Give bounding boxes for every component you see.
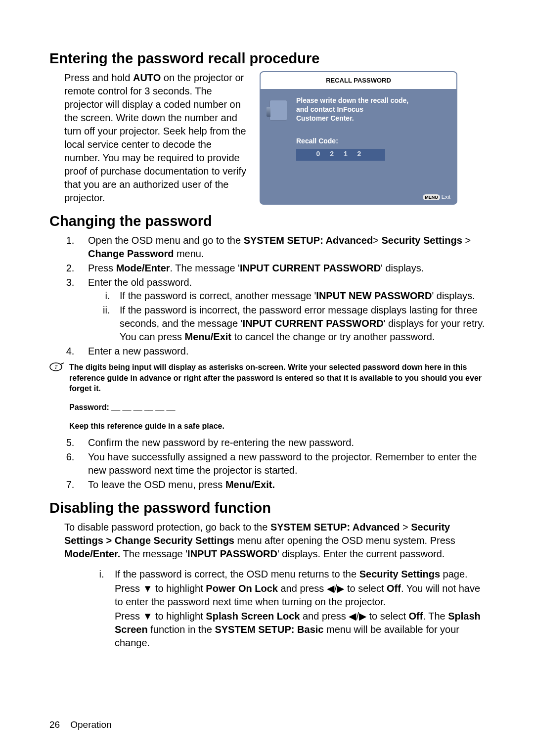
changing-list: Open the OSD menu and go to the SYSTEM S… — [77, 234, 490, 358]
osd-recall-label: Recall Code: — [296, 136, 447, 146]
changing-li2: Press Mode/Enter. The message 'INPUT CUR… — [77, 262, 490, 275]
projector-icon — [267, 100, 289, 161]
recall-body-2: on the projector or remote control for 3… — [64, 72, 246, 203]
li3ii-b: INPUT CURRENT PASSWORD — [242, 318, 383, 329]
changing-list-2: Confirm the new password by re-entering … — [77, 436, 490, 491]
li1-b: SYSTEM SETUP: Advanced — [244, 235, 373, 246]
changing-li1: Open the OSD menu and go to the SYSTEM S… — [77, 234, 490, 261]
di-a: If the password is correct, the OSD menu… — [115, 569, 359, 579]
arrow-right-icon: ▶ — [337, 583, 344, 594]
osd-dialog: RECALL PASSWORD Please write down the re… — [260, 71, 457, 205]
p1-i: ' displays. Enter the current password. — [277, 548, 445, 559]
disabling-body: To disable password protection, go back … — [64, 521, 490, 650]
p1-b: SYSTEM SETUP: Advanced — [270, 522, 400, 533]
li2-a: Press — [88, 263, 116, 273]
di3-g: . The — [423, 611, 448, 622]
heading-recall: Entering the password recall procedure — [49, 49, 490, 68]
arrow-right-icon: ▶ — [359, 611, 366, 622]
arrow-down-icon: ▼ — [143, 611, 153, 622]
li2-e: ' displays. — [381, 263, 424, 273]
p1-g: The message ' — [120, 548, 187, 559]
li3-i: If the password is correct, another mess… — [113, 289, 490, 303]
li1-g: menu. — [174, 248, 204, 259]
osd-exit: Exit — [442, 194, 450, 200]
li1-f: Change Password — [88, 248, 174, 259]
di3-c: Splash Screen Lock — [206, 611, 300, 622]
arrow-down-icon: ▼ — [143, 583, 153, 594]
li3i-b: INPUT NEW PASSWORD — [316, 290, 432, 301]
di3-j: SYSTEM SETUP: Basic — [215, 624, 323, 635]
di3-e: to select — [366, 611, 409, 622]
li2-d: INPUT CURRENT PASSWORD — [240, 263, 381, 273]
di3-d: and press — [300, 611, 349, 622]
page-number: 26 — [49, 719, 60, 730]
li7-b: Menu/Exit. — [225, 479, 275, 490]
li3-text: Enter the old password. — [88, 277, 192, 288]
note-block: T The digits being input will display as… — [49, 362, 490, 394]
recall-text: Press and hold AUTO on the projector or … — [64, 71, 250, 205]
di2-b: to highlight — [152, 583, 206, 594]
di2-e: to select — [344, 583, 387, 594]
changing-li3: Enter the old password. If the password … — [77, 276, 490, 344]
note-text: The digits being input will display as a… — [69, 362, 490, 394]
arrow-left-icon: ◀ — [349, 611, 356, 622]
disabling-sublist: If the password is correct, the OSD menu… — [107, 568, 490, 650]
osd-code: 0 2 1 2 — [296, 149, 385, 161]
changing-li7: To leave the OSD menu, press Menu/Exit. — [77, 478, 490, 491]
osd-msg-1: Please write down the recall code, — [296, 96, 447, 105]
footer: 26 Operation — [49, 718, 112, 731]
di2-a: Press — [115, 583, 143, 594]
recall-row: Press and hold AUTO on the projector or … — [64, 71, 490, 205]
heading-disabling: Disabling the password function — [49, 498, 490, 518]
di2-d: and press — [278, 583, 327, 594]
di-b: Security Settings — [359, 569, 440, 579]
changing-li5: Confirm the new password by re-entering … — [77, 436, 490, 449]
li1-d: Security Settings — [381, 235, 462, 246]
keep-safe: Keep this reference guide in a safe plac… — [69, 421, 490, 432]
li3ii-e: to cancel the change or try another pass… — [231, 331, 435, 342]
osd-footer: MENUExit — [423, 193, 450, 201]
p1-c: > — [400, 522, 411, 533]
note-icon: T — [49, 362, 64, 373]
osd-inner: Please write down the recall code, and c… — [261, 89, 456, 178]
heading-changing: Changing the password — [49, 212, 490, 231]
li3ii-d: Menu/Exit — [185, 331, 231, 342]
di3-f: Off — [409, 611, 423, 622]
di3-a: Press — [115, 611, 143, 622]
p1-h: INPUT PASSWORD — [187, 548, 277, 559]
menu-button-label: MENU — [423, 194, 440, 200]
svg-text:T: T — [54, 364, 58, 370]
disabling-i: If the password is correct, the OSD menu… — [107, 568, 490, 650]
password-blanks: Password: __ __ __ __ __ __ — [69, 402, 490, 413]
di3-b: to highlight — [152, 611, 206, 622]
li1-e: > — [462, 235, 471, 246]
li3i-c: ' displays. — [432, 290, 475, 301]
changing-li4: Enter a new password. — [77, 345, 490, 358]
li1-a: Open the OSD menu and go to the — [88, 235, 244, 246]
footer-label: Operation — [70, 719, 111, 730]
p1-f: Mode/Enter. — [64, 548, 120, 559]
recall-body-1: Press and hold — [64, 72, 133, 83]
li3-sublist: If the password is correct, another mess… — [113, 289, 490, 344]
recall-auto: AUTO — [133, 72, 161, 83]
di2-f: Off — [387, 583, 401, 594]
disabling-p1: To disable password protection, go back … — [64, 521, 490, 561]
li2-c: . The message ' — [170, 263, 240, 273]
di2-c: Power On Lock — [206, 583, 278, 594]
li7-a: To leave the OSD menu, press — [88, 479, 225, 490]
li2-b: Mode/Enter — [116, 263, 170, 273]
li1-c: > — [373, 235, 381, 246]
li3i-a: If the password is correct, another mess… — [120, 290, 316, 301]
osd-body: Please write down the recall code, and c… — [289, 94, 447, 161]
osd-msg-3: Customer Center. — [296, 114, 447, 123]
osd-msg: Please write down the recall code, and c… — [296, 96, 447, 123]
osd-msg-2: and contact InFocus — [296, 105, 447, 114]
osd-title: RECALL PASSWORD — [261, 72, 456, 89]
di-c: page. — [440, 569, 468, 579]
changing-li6: You have successfully assigned a new pas… — [77, 450, 490, 477]
li3-ii: If the password is incorrect, the passwo… — [113, 304, 490, 344]
di3-i: function in the — [148, 624, 215, 635]
p1-a: To disable password protection, go back … — [64, 522, 270, 533]
arrow-left-icon: ◀ — [327, 583, 334, 594]
p1-e: menu after opening the OSD menu system. … — [234, 535, 455, 546]
